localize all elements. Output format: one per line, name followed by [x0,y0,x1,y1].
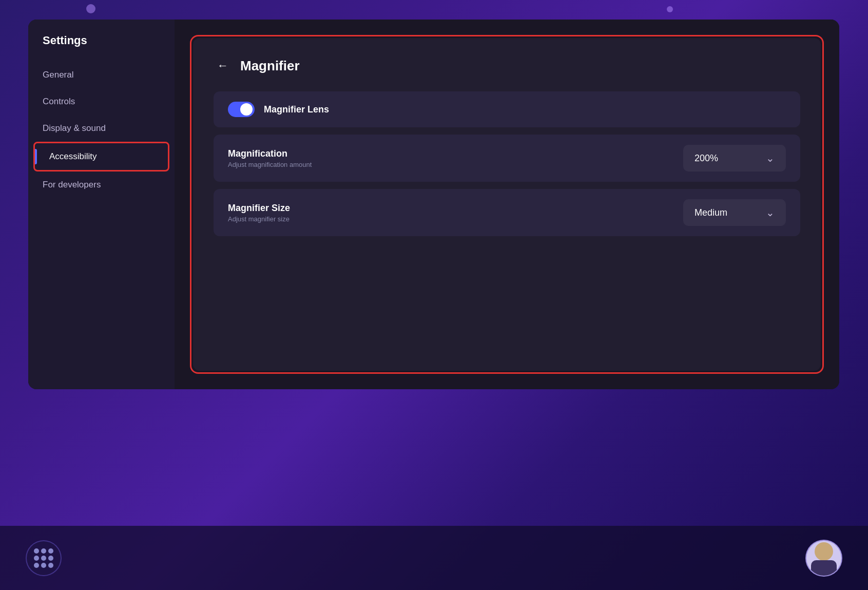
magnifier-size-label-group: Magnifier Size Adjust magnifier size [228,203,290,223]
main-content-area: ← Magnifier Magnifier Lens [175,20,839,389]
magnification-label-group: Magnification Adjust magnification amoun… [228,148,312,168]
magnification-value: 200% [695,153,718,164]
sidebar-label-for-developers: For developers [43,180,101,189]
sidebar-item-display-sound[interactable]: Display & sound [28,115,175,142]
sidebar-item-accessibility[interactable]: Accessibility [35,143,168,170]
page-header: ← Magnifier [214,56,800,75]
avatar-button[interactable] [805,540,842,577]
dot-1 [34,548,39,554]
magnification-sublabel: Adjust magnification amount [228,161,312,168]
dot-3 [48,548,53,554]
main-panel: ← Magnifier Magnifier Lens [193,38,821,371]
sidebar-title: Settings [28,34,175,62]
magnifier-size-sublabel: Adjust magnifier size [228,215,290,223]
magnification-label: Magnification [228,148,312,159]
magnifier-size-row: Magnifier Size Adjust magnifier size Med… [214,189,800,236]
toggle-knob [240,103,253,116]
magnifier-size-label: Magnifier Size [228,203,290,214]
dot-2 [41,548,46,554]
toggle-row: Magnifier Lens [228,102,329,117]
dot-6 [48,556,53,561]
avatar-body [811,560,837,576]
page-title: Magnifier [240,58,300,74]
dot-8 [41,563,46,568]
settings-window: Settings General Controls Display & soun… [28,20,839,389]
sidebar-item-for-developers[interactable]: For developers [28,172,175,198]
magnifier-size-chevron-icon: ⌄ [766,206,775,219]
bg-decoration-1 [86,4,95,13]
dot-9 [48,563,53,568]
avatar-head [815,542,833,561]
sidebar-item-controls[interactable]: Controls [28,88,175,115]
magnifier-lens-toggle[interactable] [228,102,255,117]
sidebar-label-accessibility: Accessibility [49,151,97,161]
sidebar-label-controls: Controls [43,97,75,106]
magnifier-lens-row: Magnifier Lens [214,91,800,127]
sidebar-label-general: General [43,70,73,80]
magnification-dropdown[interactable]: 200% ⌄ [683,145,786,172]
bottom-bar [0,526,868,590]
dot-5 [41,556,46,561]
avatar-figure [808,542,839,576]
home-dots-grid [34,548,53,568]
magnification-chevron-icon: ⌄ [766,152,775,164]
home-button[interactable] [26,540,62,576]
sidebar: Settings General Controls Display & soun… [28,20,175,389]
dot-7 [34,563,39,568]
magnifier-size-dropdown[interactable]: Medium ⌄ [683,199,786,226]
bg-decoration-2 [667,6,673,12]
main-panel-highlight: ← Magnifier Magnifier Lens [190,35,824,374]
back-button[interactable]: ← [214,56,232,75]
sidebar-item-general[interactable]: General [28,62,175,88]
back-arrow-icon: ← [217,59,228,72]
magnification-row: Magnification Adjust magnification amoun… [214,135,800,182]
dot-4 [34,556,39,561]
accessibility-highlight-box: Accessibility [33,142,169,172]
magnifier-size-value: Medium [695,207,727,218]
sidebar-label-display-sound: Display & sound [43,123,106,133]
magnifier-lens-label: Magnifier Lens [264,104,329,115]
